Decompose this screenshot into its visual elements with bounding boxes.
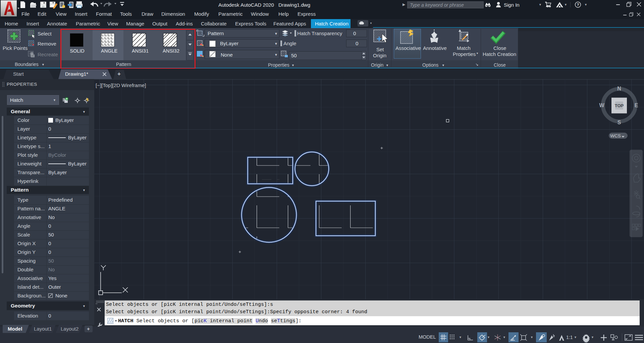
svg-text:W: W [599,102,604,108]
svg-text:?: ? [577,3,579,7]
svg-text:TOP: TOP [615,103,624,108]
svg-text:N: N [617,86,621,91]
svg-text:WCS: WCS [610,133,621,138]
svg-text:S: S [618,120,621,125]
svg-text:E: E [635,102,638,108]
